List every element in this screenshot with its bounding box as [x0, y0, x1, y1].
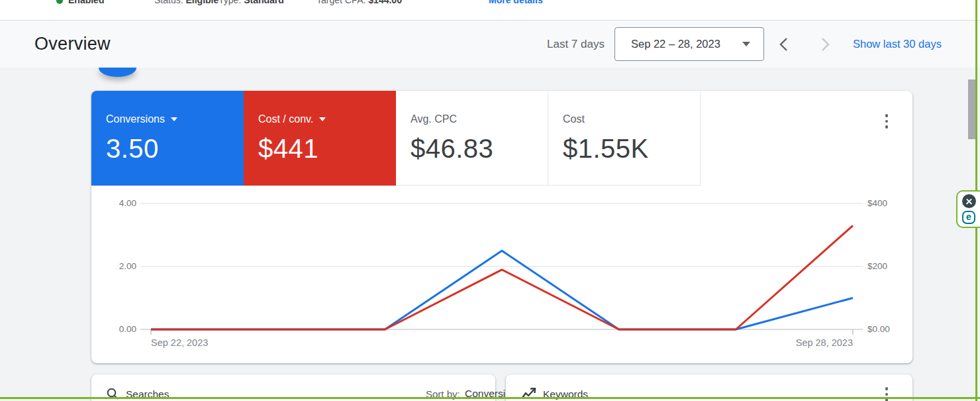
- chevron-down-icon: [319, 117, 326, 121]
- campaign-enabled-status[interactable]: Enabled: [56, 0, 104, 6]
- scorecard-cost: Cost $1.55K: [548, 91, 701, 186]
- x-axis-start-date: Sep 22, 2023: [151, 337, 208, 348]
- chevron-down-icon: [171, 117, 177, 121]
- scorecard-value: 3.50: [106, 134, 244, 164]
- more-details-link[interactable]: More details: [489, 0, 543, 6]
- left-axis-tick: 4.00: [99, 198, 136, 208]
- campaign-target-cpa: Target CPA: $144.00: [317, 0, 402, 6]
- floating-action-circle[interactable]: [99, 68, 136, 77]
- next-period-button[interactable]: [817, 36, 832, 52]
- cost-per-conv-line: [151, 225, 853, 329]
- scorecard-value: $46.83: [411, 134, 548, 164]
- left-axis-tick: 2.00: [99, 261, 136, 271]
- chevron-down-icon: [742, 42, 750, 46]
- right-axis-tick: $200: [867, 261, 907, 271]
- campaign-status: Status: Eligible: [154, 0, 219, 6]
- date-range-value: Sep 22 – 28, 2023: [631, 38, 720, 50]
- scorecard-value: $441: [258, 134, 396, 164]
- date-range-selector[interactable]: Sep 22 – 28, 2023: [614, 27, 764, 61]
- right-axis-tick: $400: [867, 198, 907, 208]
- scorecard-avg-cpc: Avg. CPC $46.83: [396, 91, 548, 186]
- show-last-30-days-link[interactable]: Show last 30 days: [853, 38, 942, 50]
- scorecard-cost-per-conv[interactable]: Cost / conv. $441: [244, 91, 396, 186]
- enabled-status-icon: [56, 0, 63, 4]
- campaign-status-bar: Enabled Status: Eligible Type: Standard …: [0, 0, 980, 20]
- page-title: Overview: [34, 34, 111, 54]
- previous-period-button[interactable]: [777, 36, 792, 52]
- right-axis-tick: $0.00: [867, 324, 907, 334]
- scorecard-label: Cost: [563, 113, 585, 125]
- x-axis-end-date: Sep 28, 2023: [792, 337, 853, 348]
- secure-browser-widget: e: [956, 190, 980, 228]
- chart-card-menu-icon[interactable]: [882, 114, 891, 129]
- conversions-line: [151, 251, 853, 329]
- enabled-label: Enabled: [68, 0, 104, 5]
- vertical-scrollbar-thumb[interactable]: [968, 80, 975, 139]
- scorecard-value: $1.55K: [563, 134, 700, 164]
- date-range-label: Last 7 days: [547, 38, 605, 51]
- close-icon[interactable]: [962, 194, 976, 208]
- campaign-type: Type: Standard: [219, 0, 284, 6]
- secure-browser-border-bottom: [0, 397, 980, 399]
- overview-header: [0, 21, 980, 68]
- overview-line-chart: [91, 186, 912, 363]
- scorecard-label: Avg. CPC: [411, 113, 457, 125]
- scorecard-label: Cost / conv.: [258, 113, 313, 125]
- scorecard-conversions[interactable]: Conversions 3.50: [91, 91, 244, 186]
- left-axis-tick: 0.00: [99, 324, 136, 334]
- scorecard-label: Conversions: [106, 113, 165, 125]
- eset-logo-icon[interactable]: e: [962, 211, 975, 224]
